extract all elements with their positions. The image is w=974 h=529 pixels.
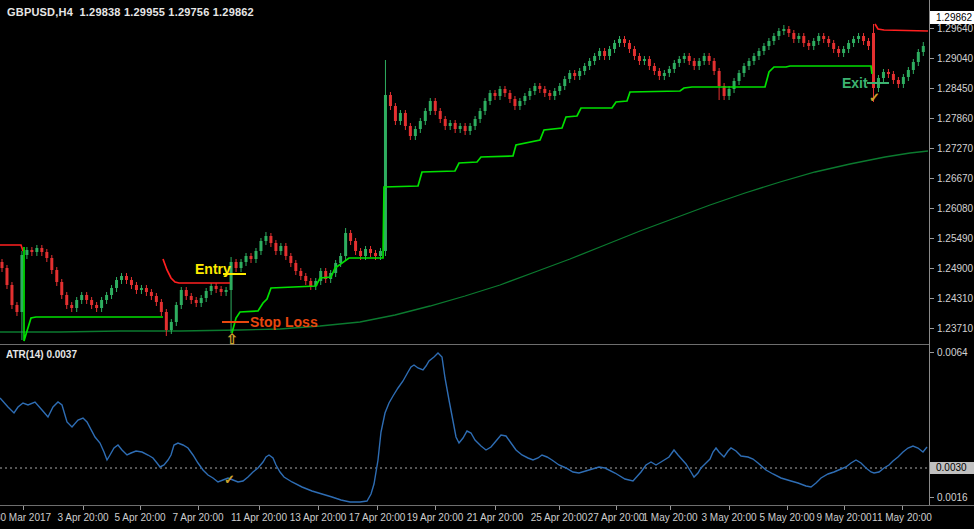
- price-axis-label: 1.23710: [937, 323, 973, 334]
- price-axis-label: 1.25490: [937, 233, 973, 244]
- time-tick: [559, 506, 560, 510]
- axis-tick: [930, 238, 934, 239]
- symbol-timeframe: GBPUSD,H4: [7, 6, 73, 18]
- axis-tick: [930, 328, 934, 329]
- price-axis-label: 1.24900: [937, 263, 973, 274]
- main-chart-canvas[interactable]: [0, 0, 929, 344]
- time-axis[interactable]: 30 Mar 20173 Apr 20:005 Apr 20:007 Apr 2…: [0, 506, 974, 529]
- price-axis-label: 1.26670: [937, 173, 973, 184]
- axis-tick: [930, 352, 934, 353]
- time-tick: [787, 506, 788, 510]
- current-price-tag: 1.29862: [930, 11, 974, 24]
- time-axis-label: 19 Apr 20:00: [407, 512, 464, 523]
- time-axis-label: 5 May 20:00: [759, 512, 814, 523]
- time-tick: [140, 506, 141, 510]
- time-tick: [377, 506, 378, 510]
- time-tick: [670, 506, 671, 510]
- indicator-name: ATR(14): [6, 349, 44, 360]
- atr-axis-label: 0.0016: [937, 492, 968, 503]
- time-tick: [198, 506, 199, 510]
- atr-check-icon: ✓: [224, 473, 235, 486]
- time-axis-label: 1 May 20:00: [642, 512, 697, 523]
- time-axis-label: 9 May 20:00: [816, 512, 871, 523]
- atr-indicator-canvas[interactable]: [0, 345, 929, 505]
- chart-title: GBPUSD,H4 1.29838 1.29955 1.29756 1.2986…: [7, 6, 254, 18]
- axis-tick: [930, 208, 934, 209]
- time-axis-label: 30 Mar 2017: [0, 512, 51, 523]
- price-axis-label: 1.27270: [937, 143, 973, 154]
- price-axis-label: 1.27860: [937, 113, 973, 124]
- atr-axis-label: 0.0064: [937, 347, 968, 358]
- time-tick: [844, 506, 845, 510]
- indicator-label: ATR(14) 0.0037: [6, 349, 77, 360]
- time-axis-label: 13 Apr 20:00: [290, 512, 347, 523]
- time-axis-label: 17 Apr 20:00: [349, 512, 406, 523]
- axis-tick: [930, 58, 934, 59]
- ohlc-values: 1.29838 1.29955 1.29756 1.29862: [80, 6, 254, 18]
- time-tick: [495, 506, 496, 510]
- exit-check-icon: ✓: [869, 91, 880, 104]
- time-axis-label: 5 Apr 20:00: [114, 512, 165, 523]
- time-axis-label: 11 Apr 20:00: [231, 512, 287, 523]
- panel-separator[interactable]: [0, 344, 974, 345]
- time-tick: [435, 506, 436, 510]
- time-axis-label: 3 Apr 20:00: [57, 512, 108, 523]
- axis-tick: [930, 268, 934, 269]
- atr-level-tag: 0.0030: [930, 462, 974, 474]
- axis-tick: [930, 88, 934, 89]
- price-axis[interactable]: 1.296401.290401.284501.278601.272701.266…: [929, 0, 974, 505]
- time-axis-label: 3 May 20:00: [701, 512, 756, 523]
- entry-annotation: Entry: [195, 261, 231, 277]
- mt4-chart-window: GBPUSD,H4 1.29838 1.29955 1.29756 1.2986…: [0, 0, 974, 529]
- price-axis-label: 1.26080: [937, 203, 973, 214]
- price-axis-label: 1.24310: [937, 293, 973, 304]
- time-tick: [902, 506, 903, 510]
- price-axis-label: 1.29640: [937, 23, 973, 34]
- axis-tick: [930, 178, 934, 179]
- axis-tick: [930, 118, 934, 119]
- time-tick: [729, 506, 730, 510]
- time-axis-label: 25 Apr 20:00: [531, 512, 588, 523]
- axis-tick: [930, 298, 934, 299]
- indicator-value: 0.0037: [46, 349, 77, 360]
- time-tick: [23, 506, 24, 510]
- time-axis-label: 21 Apr 20:00: [467, 512, 524, 523]
- time-axis-label: 7 Apr 20:00: [172, 512, 223, 523]
- buy-arrow-icon: ⇧: [226, 333, 238, 346]
- exit-annotation: Exit: [842, 75, 868, 91]
- axis-tick: [930, 148, 934, 149]
- time-axis-label: 27 Apr 20:00: [588, 512, 645, 523]
- price-axis-label: 1.28450: [937, 83, 973, 94]
- axis-tick: [930, 497, 934, 498]
- time-tick: [259, 506, 260, 510]
- price-axis-label: 1.29040: [937, 53, 973, 64]
- time-tick: [318, 506, 319, 510]
- time-tick: [83, 506, 84, 510]
- time-axis-label: 11 May 20:00: [872, 512, 932, 523]
- axis-tick: [930, 28, 934, 29]
- stop-loss-annotation: Stop Loss: [250, 314, 318, 330]
- time-tick: [616, 506, 617, 510]
